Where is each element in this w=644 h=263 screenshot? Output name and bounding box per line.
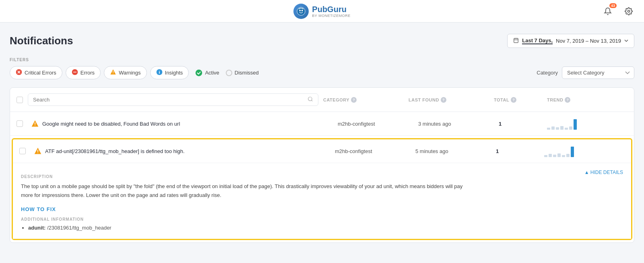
- last-found-help-icon[interactable]: ?: [441, 97, 446, 103]
- svg-point-19: [308, 97, 312, 101]
- warning-icon: [31, 120, 39, 128]
- row-1-checkbox[interactable]: [17, 120, 23, 127]
- last-found-col-header: LAST FOUND ?: [409, 97, 489, 103]
- svg-point-18: [196, 69, 202, 76]
- row-1-text: Google might need to be disabled, Found …: [42, 121, 180, 127]
- dismissed-radio-circle: [226, 70, 232, 76]
- svg-point-17: [159, 71, 160, 72]
- total-header-label: TOTAL ?: [494, 97, 516, 103]
- row-2-message: ATF ad-unit[/23081961/ttg_mob_header] is…: [34, 147, 335, 155]
- row-1-last-found: 3 minutes ago: [418, 121, 499, 127]
- expanded-details: ▲ HIDE DETAILS DESCRIPTION The top unit …: [13, 163, 631, 239]
- svg-point-14: [113, 73, 113, 74]
- svg-point-1: [299, 10, 301, 11]
- how-to-fix-link[interactable]: HOW TO FIX: [21, 206, 56, 212]
- hide-details-button[interactable]: ▲ HIDE DETAILS: [584, 170, 623, 175]
- search-input[interactable]: [33, 97, 304, 103]
- category-label: Category: [537, 70, 558, 76]
- trend-bar: [549, 154, 552, 157]
- category-col-header: CATEGORY ?: [323, 97, 404, 103]
- logo: PubGuru by MONETIZEMORE: [293, 4, 350, 19]
- notification-badge: 43: [609, 3, 617, 8]
- row-2-last-found: 5 minutes ago: [415, 148, 496, 154]
- trend-bar: [569, 126, 572, 130]
- warning-icon-2: [34, 147, 42, 155]
- insights-label: Insights: [165, 70, 183, 76]
- trend-bar: [566, 154, 570, 157]
- trend-bar: [565, 128, 568, 130]
- trend-bar: [551, 126, 555, 130]
- notifications-table: CATEGORY ? LAST FOUND ? TOTAL ? TREND ?: [10, 87, 634, 243]
- row-2-checkbox[interactable]: [19, 148, 26, 154]
- chevron-down-icon: [624, 39, 628, 42]
- date-range-label: Last 7 Days,: [522, 37, 553, 44]
- table-row: Google might need to be disabled, Found …: [10, 112, 634, 136]
- top-navigation: PubGuru by MONETIZEMORE 43: [0, 0, 644, 23]
- additional-info-list: adunit: /23081961/ttg_mob_header: [21, 225, 623, 231]
- trend-bar: [557, 153, 561, 157]
- info-value: /23081961/ttg_mob_header: [47, 225, 111, 231]
- how-to-fix-label: HOW TO FIX: [21, 206, 623, 212]
- trend-bar: [556, 127, 559, 130]
- svg-point-22: [35, 125, 35, 126]
- filter-errors[interactable]: Errors: [66, 66, 101, 79]
- trend-help-icon[interactable]: ?: [565, 97, 570, 103]
- last-found-header-label: LAST FOUND ?: [409, 97, 446, 103]
- filter-warnings[interactable]: Warnings: [104, 66, 147, 79]
- svg-point-2: [301, 10, 303, 11]
- trend-bar-active: [571, 147, 574, 157]
- settings-button[interactable]: [621, 4, 636, 19]
- filter-insights[interactable]: Insights: [150, 66, 189, 79]
- search-icon: [308, 96, 313, 103]
- table-search-row: CATEGORY ? LAST FOUND ? TOTAL ? TREND ?: [10, 88, 634, 112]
- additional-info-item: adunit: /23081961/ttg_mob_header: [28, 225, 623, 231]
- page-header: Notifications Last 7 Days, Nov 7, 2019 –…: [10, 34, 634, 48]
- logo-icon: [293, 4, 309, 19]
- info-circle-icon: [156, 69, 163, 77]
- notifications-button[interactable]: 43: [601, 4, 615, 19]
- date-range-value: Nov 7, 2019 – Nov 13, 2019: [556, 38, 621, 44]
- dismissed-radio[interactable]: Dismissed: [226, 70, 259, 76]
- errors-label: Errors: [80, 70, 95, 76]
- row-2-text: ATF ad-unit[/23081961/ttg_mob_header] is…: [45, 148, 185, 154]
- critical-errors-label: Critical Errors: [25, 70, 56, 76]
- minus-circle-icon: [72, 69, 78, 77]
- total-help-icon[interactable]: ?: [511, 97, 516, 103]
- trend-bar: [553, 155, 556, 157]
- row-1-category: m2hb-configtest: [338, 121, 418, 127]
- logo-sub: by MONETIZEMORE: [312, 14, 350, 18]
- info-key: adunit:: [28, 225, 45, 231]
- filters-row: Critical Errors Errors: [10, 66, 634, 79]
- warning-triangle-icon: [110, 69, 116, 77]
- check-circle-icon: [195, 69, 202, 77]
- trend-header-label: TREND ?: [547, 97, 570, 103]
- nav-actions: 43: [601, 4, 636, 19]
- filters-label: FILTERS: [10, 58, 634, 62]
- row-1-total: 1: [499, 121, 547, 127]
- svg-point-24: [37, 153, 38, 153]
- x-circle-icon: [16, 69, 22, 77]
- category-header-label: CATEGORY ?: [323, 97, 357, 103]
- description-label: DESCRIPTION: [21, 174, 623, 179]
- status-radio-group: Active Dismissed: [195, 69, 258, 77]
- category-select[interactable]: Select Category: [562, 66, 634, 79]
- svg-line-20: [312, 100, 313, 101]
- expanded-row: ATF ad-unit[/23081961/ttg_mob_header] is…: [12, 138, 632, 240]
- page-title: Notifications: [10, 35, 73, 47]
- description-text: The top unit on a mobile page should be …: [21, 182, 464, 200]
- row-2-category: m2hb-configtest: [335, 148, 415, 154]
- row-2-total: 1: [496, 148, 544, 154]
- category-help-icon[interactable]: ?: [351, 97, 357, 103]
- active-radio[interactable]: Active: [195, 69, 219, 77]
- trend-bar: [560, 126, 564, 130]
- filters-section: FILTERS Critical Errors: [10, 58, 634, 79]
- select-all-checkbox[interactable]: [17, 97, 23, 103]
- filter-critical-errors[interactable]: Critical Errors: [10, 66, 62, 79]
- trend-bar: [544, 155, 547, 157]
- row-2-header: ATF ad-unit[/23081961/ttg_mob_header] is…: [13, 139, 631, 163]
- trend-col-header: TREND ?: [547, 97, 627, 103]
- svg-rect-4: [514, 38, 518, 43]
- calendar-icon: [513, 37, 519, 44]
- trend-bar: [562, 155, 565, 157]
- date-range-button[interactable]: Last 7 Days, Nov 7, 2019 – Nov 13, 2019: [507, 34, 634, 48]
